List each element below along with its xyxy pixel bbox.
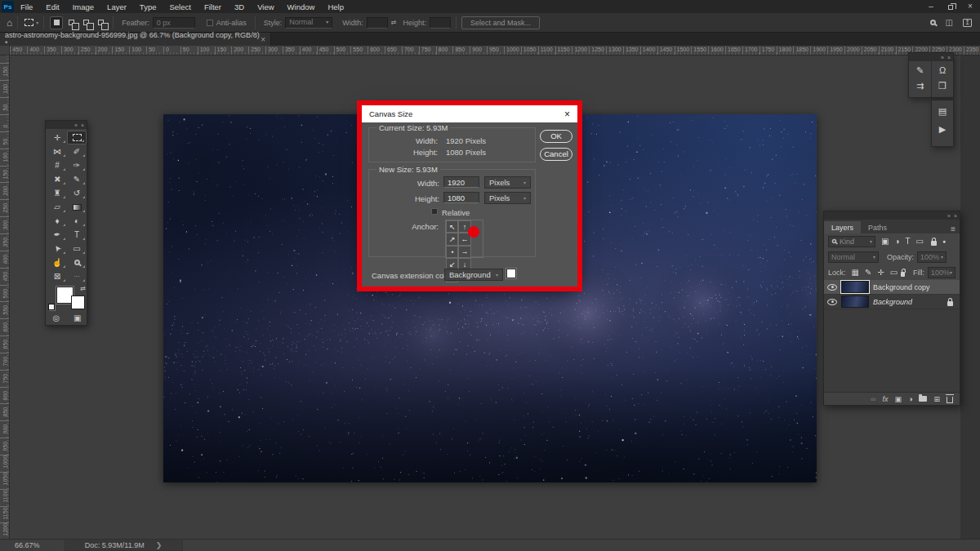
anchor-cell-3[interactable]: ← bbox=[458, 233, 470, 245]
lock-pixels-icon[interactable]: ✎ bbox=[865, 268, 871, 277]
swap-colors-icon[interactable]: ⇄ bbox=[80, 285, 86, 292]
anchor-cell-4[interactable]: ● bbox=[446, 246, 458, 258]
tab-layers[interactable]: Layers bbox=[824, 221, 861, 233]
menu-view[interactable]: View bbox=[251, 2, 280, 11]
pen-tool-icon[interactable]: ✒ bbox=[47, 228, 67, 242]
workspace-icon[interactable]: ◫ bbox=[946, 18, 953, 27]
dock-close-icon[interactable]: × bbox=[947, 55, 951, 60]
height-unit-dropdown[interactable]: Pixels▾ bbox=[484, 192, 531, 204]
gradient-tool-icon[interactable] bbox=[67, 200, 87, 214]
brush-tool-icon[interactable]: ✎ bbox=[67, 172, 87, 186]
delete-layer-icon[interactable] bbox=[947, 397, 953, 403]
lock-all-icon[interactable] bbox=[901, 272, 905, 277]
eraser-tool-icon[interactable]: ▱ bbox=[47, 200, 67, 214]
menu-layer[interactable]: Layer bbox=[100, 2, 133, 11]
layer-thumbnail[interactable] bbox=[841, 295, 869, 308]
screen-mode-icon[interactable]: ▣ bbox=[74, 313, 81, 322]
style-dropdown[interactable]: Normal▾ bbox=[285, 17, 332, 29]
lock-transparency-icon[interactable]: ▦ bbox=[852, 268, 859, 277]
new-group-icon[interactable] bbox=[919, 396, 927, 402]
blend-mode-dropdown[interactable]: Normal▾ bbox=[828, 251, 879, 263]
anchor-cell-2[interactable]: ↗ bbox=[446, 233, 458, 245]
menu-edit[interactable]: Edit bbox=[39, 2, 65, 11]
menu-help[interactable]: Help bbox=[321, 2, 350, 11]
layers-close-icon[interactable]: × bbox=[954, 213, 957, 219]
layer-thumbnail[interactable] bbox=[841, 281, 869, 293]
filter-smart-objects-icon[interactable] bbox=[931, 241, 937, 246]
menu-3d[interactable]: 3D bbox=[228, 2, 251, 11]
height-input[interactable] bbox=[430, 17, 451, 29]
new-layer-icon[interactable]: ⊞ bbox=[933, 395, 940, 403]
ok-button[interactable]: OK bbox=[540, 130, 572, 143]
filter-adjustment-layers-icon[interactable]: ◑ bbox=[894, 237, 899, 246]
default-colors-icon[interactable] bbox=[48, 304, 56, 311]
menu-file[interactable]: File bbox=[14, 2, 39, 11]
blur-tool-icon[interactable]: ♦ bbox=[47, 214, 67, 228]
type-tool-icon[interactable]: T bbox=[67, 228, 87, 242]
move-tool-icon[interactable]: ✛ bbox=[47, 131, 67, 144]
quick-selection-tool-icon[interactable]: ✐ bbox=[67, 144, 87, 158]
anchor-cell-1[interactable]: ↑ bbox=[458, 220, 470, 233]
search-icon[interactable] bbox=[930, 20, 936, 25]
feather-input[interactable]: 0 px bbox=[153, 17, 195, 29]
anti-alias-checkbox[interactable] bbox=[207, 20, 213, 26]
lock-position-icon[interactable]: ✛ bbox=[877, 268, 884, 277]
discover-icon[interactable]: Ω bbox=[939, 64, 946, 76]
zoom-level-field[interactable]: 66.67% bbox=[15, 541, 40, 549]
lock-artboard-icon[interactable]: ▭ bbox=[890, 268, 898, 277]
rectangle-tool-icon[interactable]: ▭ bbox=[67, 242, 87, 256]
crop-tool-icon[interactable]: # bbox=[47, 158, 67, 172]
rectangular-marquee-tool-icon[interactable] bbox=[67, 131, 87, 144]
swap-dimensions-icon[interactable]: ⇄ bbox=[391, 19, 397, 26]
menu-select[interactable]: Select bbox=[163, 2, 197, 11]
layer-row-background[interactable]: Background bbox=[824, 295, 960, 309]
lasso-tool-icon[interactable]: ⋈ bbox=[47, 144, 67, 158]
panel-collapse-icon[interactable]: » bbox=[74, 122, 78, 128]
menu-type[interactable]: Type bbox=[133, 2, 163, 11]
path-selection-tool-icon[interactable]: ➤ bbox=[47, 242, 67, 256]
layer-mask-icon[interactable]: ▣ bbox=[895, 395, 902, 403]
subtract-selection-mode[interactable] bbox=[79, 16, 92, 29]
menu-filter[interactable]: Filter bbox=[198, 2, 228, 11]
home-icon[interactable]: ⌂ bbox=[7, 17, 12, 29]
dialog-title-bar[interactable]: Canvas Size × bbox=[362, 105, 577, 122]
extension-color-dropdown[interactable]: Background▾ bbox=[444, 269, 503, 281]
zoom-tool-icon[interactable] bbox=[67, 256, 87, 269]
width-input[interactable] bbox=[367, 17, 388, 29]
relative-checkbox[interactable] bbox=[431, 208, 438, 215]
tab-paths[interactable]: Paths bbox=[861, 221, 894, 233]
clone-stamp-tool-icon[interactable]: ♜ bbox=[47, 186, 67, 200]
kind-filter-dropdown[interactable]: Kind ▾ bbox=[828, 236, 875, 247]
visibility-eye-icon[interactable] bbox=[827, 299, 837, 305]
add-selection-mode[interactable] bbox=[65, 16, 78, 29]
intersect-selection-mode[interactable] bbox=[94, 16, 107, 29]
close-button[interactable]: × bbox=[960, 0, 980, 13]
cancel-button[interactable]: Cancel bbox=[540, 148, 572, 161]
anchor-cell-5[interactable]: → bbox=[458, 246, 470, 258]
new-selection-mode[interactable] bbox=[50, 16, 63, 29]
clone-source-icon[interactable]: ⇉ bbox=[916, 80, 924, 91]
fill-dropdown[interactable]: 100%▾ bbox=[928, 267, 956, 278]
marquee-tool-icon[interactable] bbox=[24, 19, 33, 26]
filter-pixel-layers-icon[interactable]: ▣ bbox=[881, 237, 889, 246]
history-brush-tool-icon[interactable]: ↺ bbox=[67, 186, 87, 200]
opacity-dropdown[interactable]: 100%▾ bbox=[917, 251, 947, 263]
new-width-input[interactable]: 1920 bbox=[443, 176, 479, 188]
new-height-input[interactable]: 1080 bbox=[443, 192, 479, 203]
dialog-close-icon[interactable]: × bbox=[564, 109, 570, 120]
menu-image[interactable]: Image bbox=[66, 2, 100, 11]
layers-collapse-icon[interactable]: » bbox=[947, 213, 951, 219]
properties-icon[interactable]: ▤ bbox=[938, 105, 947, 117]
restore-button[interactable] bbox=[941, 0, 960, 13]
select-and-mask-button[interactable]: Select and Mask... bbox=[461, 16, 540, 29]
layer-row-background-copy[interactable]: Background copy bbox=[824, 280, 960, 295]
dock-collapse-icon[interactable]: » bbox=[941, 55, 944, 60]
more-tools-icon[interactable]: ··· bbox=[67, 269, 87, 283]
dodge-tool-icon[interactable]: ◐ bbox=[67, 214, 87, 228]
filter-type-layers-icon[interactable]: T bbox=[906, 237, 911, 246]
share-icon[interactable]: ↥ bbox=[963, 19, 972, 27]
layer-effects-icon[interactable]: fx bbox=[882, 395, 888, 403]
edit-toolbar-icon[interactable]: ⊠ bbox=[47, 269, 67, 283]
healing-brush-tool-icon[interactable]: ✚ bbox=[47, 172, 67, 186]
minimize-button[interactable]: – bbox=[921, 0, 941, 13]
